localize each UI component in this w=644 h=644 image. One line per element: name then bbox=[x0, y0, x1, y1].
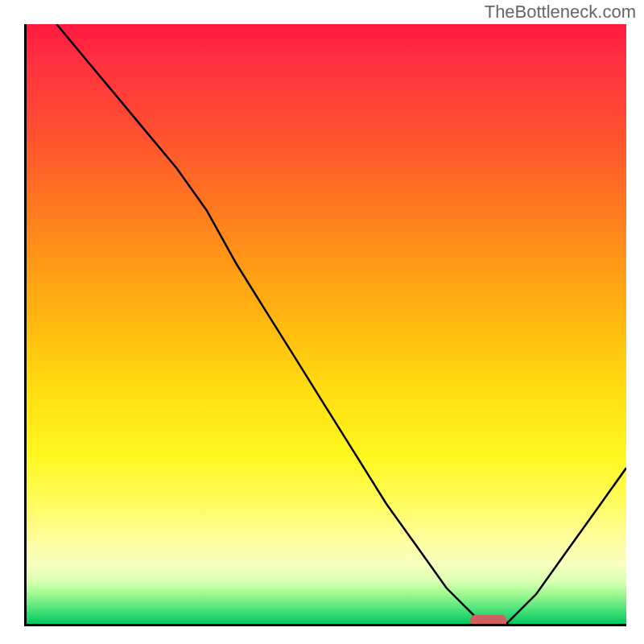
chart-plot-area bbox=[24, 24, 626, 626]
bottleneck-curve bbox=[56, 24, 626, 624]
optimal-marker bbox=[470, 615, 506, 624]
watermark-text: TheBottleneck.com bbox=[485, 2, 636, 23]
chart-svg bbox=[27, 24, 626, 624]
